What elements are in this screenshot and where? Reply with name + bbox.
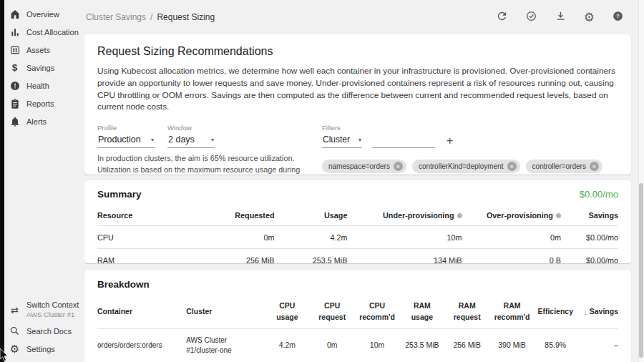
breakdown-table: Container Cluster CPUusage CPUrequest CP…	[97, 295, 618, 362]
summary-title: Summary	[97, 189, 142, 200]
current-cluster-label: AWS Cluster #1	[26, 310, 79, 319]
col-efficiency[interactable]: Efficiency	[535, 295, 576, 328]
cell-over: 0 B	[462, 249, 561, 264]
sidebar-item-label: Alerts	[26, 117, 47, 126]
chevron-down-icon: ▾	[151, 137, 154, 143]
sidebar-item-search-docs[interactable]: Search Docs	[4, 322, 79, 340]
sidebar-item-label: Overview	[26, 10, 59, 19]
col-line1: RAM	[489, 300, 535, 312]
close-icon[interactable]: ×	[507, 162, 517, 171]
breadcrumb-parent-link[interactable]: Cluster Savings	[86, 12, 146, 22]
settings-button[interactable]: ⚙	[584, 11, 595, 24]
col-cluster: Cluster	[186, 295, 265, 328]
col-line2: recomm'd	[489, 312, 535, 323]
health-check-button[interactable]	[525, 10, 537, 24]
chip-label: controllerKind=deployment	[419, 162, 504, 170]
sidebar-item-label: Health	[26, 82, 49, 90]
dollar-icon: $	[9, 62, 21, 74]
profile-window-controls: Profile Production ▾ Window 2 days ▾	[97, 124, 309, 175]
home-icon	[9, 8, 21, 20]
breakdown-header-row: Container Cluster CPUusage CPUrequest CP…	[97, 295, 618, 328]
help-icon: ?	[612, 10, 624, 24]
sidebar-item-settings[interactable]: ⚙ Settings	[4, 340, 79, 358]
health-alert-icon	[9, 79, 21, 92]
col-ram-request[interactable]: RAMrequest	[444, 295, 489, 328]
cell-ram-recommended: 390 MiB	[489, 328, 535, 362]
add-filter-button[interactable]: +	[445, 135, 454, 148]
total-savings-value: $0.00/mo	[580, 189, 618, 200]
sidebar-item-overview[interactable]: Overview	[4, 5, 79, 23]
col-ram-usage[interactable]: RAMusage	[399, 295, 444, 328]
search-docs-label: Search Docs	[26, 327, 72, 336]
sidebar-item-alerts[interactable]: Alerts	[4, 112, 79, 130]
window-select-group: Window 2 days ▾	[167, 124, 215, 148]
mouse-cursor	[0, 348, 10, 362]
filter-field-select[interactable]: Cluster ▾	[322, 134, 362, 148]
summary-header: Summary $0.00/mo	[97, 189, 618, 200]
col-over-label: Over-provisioning	[487, 211, 553, 220]
profile-select[interactable]: Production ▾	[97, 134, 155, 148]
col-under-label: Under-provisioning	[383, 211, 454, 220]
controls-row: Profile Production ▾ Window 2 days ▾	[97, 124, 618, 175]
sidebar-item-cost-allocation[interactable]: Cost Allocation	[4, 23, 79, 41]
filter-chip: controller=orders ×	[526, 160, 602, 173]
refresh-icon	[496, 10, 508, 24]
sidebar-item-switch-context[interactable]: ⇄ Switch Context AWS Cluster #1	[4, 298, 79, 322]
sidebar-item-assets[interactable]: Assets	[4, 41, 79, 59]
info-icon[interactable]	[457, 213, 462, 218]
col-ram-recommended[interactable]: RAMrecomm'd	[489, 295, 535, 328]
selects-row: Profile Production ▾ Window 2 days ▾	[97, 124, 309, 148]
filter-chip: namespace=orders ×	[322, 160, 406, 173]
topbar-actions: ⚙ ?	[496, 10, 624, 24]
cell-cpu-request: 0m	[310, 328, 355, 362]
help-button[interactable]: ?	[612, 10, 624, 24]
scrollbar[interactable]	[638, 0, 644, 362]
col-over-provisioning: Over-provisioning	[462, 205, 561, 226]
sidebar-item-reports[interactable]: Reports	[4, 94, 79, 112]
filter-value-input[interactable]	[372, 134, 435, 148]
col-cpu-request[interactable]: CPUrequest	[310, 295, 355, 328]
breakdown-header: Breakdown	[97, 279, 618, 290]
profile-label: Profile	[97, 124, 155, 132]
col-usage: Usage	[275, 205, 348, 226]
chip-label: controller=orders	[532, 162, 586, 170]
col-cpu-usage[interactable]: CPUusage	[265, 295, 310, 328]
cell-cpu-usage: 4.2m	[265, 328, 310, 362]
refresh-button[interactable]	[496, 10, 508, 24]
close-icon[interactable]: ×	[590, 162, 599, 171]
col-requested: Requested	[175, 205, 274, 226]
filters-label: Filters	[322, 124, 618, 132]
info-icon[interactable]	[556, 213, 561, 218]
scrollbar-thumb[interactable]	[639, 183, 643, 358]
close-icon[interactable]: ×	[394, 162, 403, 171]
sidebar-item-label: Reports	[26, 99, 54, 108]
gear-icon: ⚙	[9, 343, 21, 355]
window-label: Window	[167, 124, 215, 132]
col-line2: usage	[265, 312, 310, 323]
col-resource: Resource	[97, 205, 175, 226]
summary-row-cpu: CPU 0m 4.2m 10m 0m $0.00/mo	[97, 226, 618, 249]
window-select[interactable]: 2 days ▾	[167, 134, 215, 148]
sidebar-item-health[interactable]: Health	[4, 77, 79, 94]
sidebar-nav-items: Overview Cost Allocation Assets $ Saving…	[4, 5, 79, 130]
filter-chip: controllerKind=deployment ×	[412, 160, 520, 173]
cell-savings: $0.00/mo	[561, 226, 618, 249]
settings-label: Settings	[26, 345, 55, 353]
switch-context-text: Switch Context AWS Cluster #1	[26, 300, 79, 319]
cell-ram-usage: 253.5 MiB	[399, 328, 444, 362]
cell-requested: 0m	[175, 226, 274, 249]
bar-chart-icon	[9, 26, 21, 38]
col-line2: usage	[399, 312, 444, 323]
col-line1: RAM	[399, 300, 444, 312]
col-line1: CPU	[310, 300, 355, 312]
cell-usage: 253.5 MiB	[275, 249, 348, 264]
breakdown-row[interactable]: orders/orders:orders AWS Cluster #1/clus…	[97, 328, 618, 362]
cell-container: orders/orders:orders	[97, 328, 186, 362]
profile-value: Production	[98, 134, 141, 145]
download-button[interactable]	[555, 10, 567, 24]
sidebar-item-savings[interactable]: $ Savings	[4, 59, 79, 77]
cell-over: 0m	[462, 226, 561, 249]
col-cpu-recommended[interactable]: CPUrecomm'd	[355, 295, 400, 328]
col-savings-sorted[interactable]: ↓Savings	[576, 295, 618, 328]
cell-cluster: AWS Cluster #1/cluster-one	[186, 328, 265, 362]
